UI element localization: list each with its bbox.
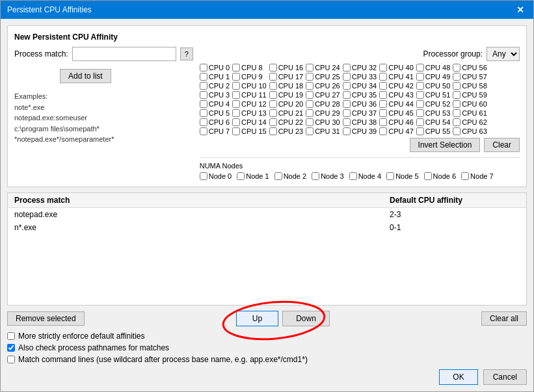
clear-cpu-button[interactable]: Clear <box>484 138 520 152</box>
window-title: Persistent CPU Affinities <box>7 5 92 14</box>
node-4-checkbox[interactable] <box>349 172 357 180</box>
example-4: *notepad.exe*/someparameter* <box>14 135 114 143</box>
col-process-header: Process match <box>14 196 390 205</box>
ok-cancel-row: OK Cancel <box>7 369 527 385</box>
cpu-6: CPU 6 <box>200 118 230 126</box>
cpu-col-7: CPU 48 CPU 49 CPU 50 CPU 51 CPU 52 CPU 5… <box>416 64 451 135</box>
list-item[interactable]: notepad.exe 2-3 <box>8 208 526 221</box>
also-check-label: Also check process pathnames for matches <box>18 343 169 352</box>
examples-section: Examples: note*.exe notepad.exe:someuser… <box>14 91 193 145</box>
row-process-2: n*.exe <box>14 223 390 232</box>
cpu-col-1: CPU 0 CPU 1 CPU 2 CPU 3 CPU 4 CPU 5 CPU … <box>200 64 230 135</box>
cpu-0: CPU 0 <box>200 64 230 72</box>
down-button[interactable]: Down <box>282 311 330 326</box>
node-6-checkbox[interactable] <box>424 172 432 180</box>
row-affinity-2: 0-1 <box>390 223 520 232</box>
col-affinity-header: Default CPU affinity <box>390 196 520 205</box>
ok-button[interactable]: OK <box>439 369 477 385</box>
match-cmd-checkbox[interactable] <box>7 356 15 363</box>
title-bar: Persistent CPU Affinities ✕ <box>1 1 533 19</box>
process-match-input[interactable] <box>72 47 176 61</box>
new-affinity-title: New Persistent CPU Affinity <box>14 33 520 42</box>
cpu-col-3: CPU 16 CPU 17 CPU 18 CPU 19 CPU 20 CPU 2… <box>269 64 304 135</box>
row-process-1: notepad.exe <box>14 210 390 219</box>
add-to-list-button[interactable]: Add to list <box>60 69 111 83</box>
process-match-label: Process match: <box>14 49 68 59</box>
more-strictly-label: More strictly enforce default affinities <box>18 332 145 341</box>
example-3: c:\program files\somepath* <box>14 125 100 133</box>
node-5-checkbox[interactable] <box>386 172 394 180</box>
example-1: note*.exe <box>14 103 44 111</box>
cpu-1: CPU 1 <box>200 73 230 81</box>
info-icon[interactable]: ? <box>180 47 193 60</box>
up-down-area: Up Down <box>236 311 330 326</box>
clear-all-button[interactable]: Clear all <box>481 311 527 326</box>
cpu-7: CPU 7 <box>200 127 230 135</box>
affinity-list-panel: Process match Default CPU affinity notep… <box>7 192 527 306</box>
close-button[interactable]: ✕ <box>514 5 527 15</box>
node-1-checkbox[interactable] <box>237 172 245 180</box>
cpu-3: CPU 3 <box>200 91 230 99</box>
examples-label: Examples: <box>14 92 47 100</box>
example-2: notepad.exe:someuser <box>14 114 87 122</box>
remove-selected-button[interactable]: Remove selected <box>7 311 85 326</box>
numa-section: NUMA Nodes Node 0 Node 1 Node 2 Node 3 N… <box>200 157 520 180</box>
node-7-checkbox[interactable] <box>461 172 469 180</box>
node-2-checkbox[interactable] <box>274 172 282 180</box>
bottom-buttons-row: Remove selected Up Down Clear all <box>7 311 527 326</box>
processor-group-label: Processor group: <box>423 49 483 59</box>
row-affinity-1: 2-3 <box>390 210 520 219</box>
cpu-col-6: CPU 40 CPU 41 CPU 42 CPU 43 CPU 44 CPU 4… <box>379 64 414 135</box>
processor-group-select[interactable]: Any 0 1 <box>487 47 520 61</box>
new-affinity-panel: New Persistent CPU Affinity Process matc… <box>7 25 527 187</box>
cancel-button[interactable]: Cancel <box>483 369 527 385</box>
cpu-col-8: CPU 56 CPU 57 CPU 58 CPU 59 CPU 60 CPU 6… <box>453 64 487 135</box>
cpu-grid: CPU 0 CPU 1 CPU 2 CPU 3 CPU 4 CPU 5 CPU … <box>200 64 520 135</box>
cpu-col-2: CPU 8 CPU 9 CPU 10 CPU 11 CPU 12 CPU 13 … <box>232 64 267 135</box>
numa-title: NUMA Nodes <box>200 162 520 170</box>
cpu-col-5: CPU 32 CPU 33 CPU 34 CPU 35 CPU 36 CPU 3… <box>343 64 377 135</box>
node-3-checkbox[interactable] <box>312 172 319 180</box>
main-window: Persistent CPU Affinities ✕ New Persiste… <box>0 0 534 392</box>
list-header: Process match Default CPU affinity <box>8 193 526 208</box>
list-item[interactable]: n*.exe 0-1 <box>8 221 526 234</box>
also-check-checkbox[interactable] <box>7 344 15 352</box>
options-checkboxes: More strictly enforce default affinities… <box>7 332 527 364</box>
match-cmd-label: Match command lines (use wildcard after … <box>18 355 308 364</box>
cpu-5: CPU 5 <box>200 109 230 117</box>
numa-nodes: Node 0 Node 1 Node 2 Node 3 Node 4 Node … <box>200 172 520 180</box>
cpu-2: CPU 2 <box>200 82 230 90</box>
node-0-checkbox[interactable] <box>200 172 207 180</box>
invert-selection-button[interactable]: Invert Selection <box>410 138 481 152</box>
cpu-4: CPU 4 <box>200 100 230 108</box>
cpu-col-4: CPU 24 CPU 25 CPU 26 CPU 27 CPU 28 CPU 2… <box>306 64 340 135</box>
more-strictly-checkbox[interactable] <box>7 332 15 340</box>
up-button[interactable]: Up <box>236 311 278 326</box>
